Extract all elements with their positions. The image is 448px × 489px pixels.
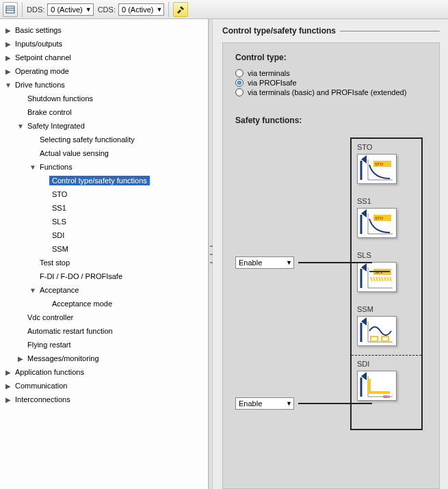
tree-item-label: Operating mode: [12, 66, 72, 76]
tree-item[interactable]: Brake control: [0, 105, 208, 119]
expand-icon[interactable]: ▶: [16, 355, 25, 362]
safety-function-icon[interactable]: [357, 316, 397, 346]
expand-icon[interactable]: ▶: [4, 54, 12, 62]
collapse-icon[interactable]: ▼: [29, 287, 37, 294]
tree-item[interactable]: SDI: [0, 228, 208, 242]
navigation-tree[interactable]: ▶Basic settings▶Inputs/outputs▶Setpoint …: [0, 19, 209, 489]
tree-item-label: Shutdown functions: [25, 94, 96, 103]
tree-item[interactable]: ▶Communication: [0, 379, 208, 393]
expand-icon[interactable]: ▶: [4, 369, 12, 376]
tree-item[interactable]: Vdc controller: [0, 310, 208, 324]
tree-item-label: Safety Integrated: [25, 121, 88, 131]
tree-item[interactable]: ▼Drive functions: [0, 78, 208, 92]
safety-function-label: STO: [357, 143, 416, 151]
enable-combo[interactable]: Enable ▼: [235, 256, 294, 269]
tree-item[interactable]: ▼Functions: [0, 160, 208, 174]
tree-item[interactable]: ▶Inputs/outputs: [0, 37, 208, 51]
tree-item[interactable]: STO: [0, 187, 208, 201]
safety-function-item: SSM: [352, 301, 421, 355]
svg-rect-30: [382, 336, 388, 341]
chevron-down-icon: ▼: [286, 400, 292, 407]
control-type-option[interactable]: via terminals (basic) and PROFIsafe (ext…: [235, 88, 427, 96]
collapse-icon[interactable]: ▼: [16, 122, 25, 130]
tree-item[interactable]: Test stop: [0, 256, 208, 269]
enable-label: Enable: [239, 259, 262, 267]
radio-label: via terminals: [248, 69, 290, 77]
safety-functions-heading: Safety functions:: [235, 116, 427, 125]
safety-function-icon[interactable]: STO: [357, 208, 397, 238]
cds-label: CDS:: [98, 5, 116, 14]
tree-item-label: Messages/monitoring: [25, 354, 102, 363]
safety-function-item: SS1STO: [352, 193, 421, 247]
safety-function-item: STOSTO: [352, 139, 421, 193]
safety-function-item: SLSSLS: [352, 247, 421, 301]
tree-item[interactable]: Selecting safety functionality: [0, 133, 208, 146]
collapse-icon[interactable]: ▼: [4, 81, 12, 89]
expand-icon[interactable]: ▶: [4, 27, 12, 34]
splitter[interactable]: [209, 19, 213, 489]
safety-function-label: SDI: [357, 360, 416, 368]
safety-function-label: SS1: [357, 197, 416, 205]
dds-value: 0 (Active): [51, 5, 82, 14]
tree-item[interactable]: Flying restart: [0, 338, 208, 352]
svg-rect-29: [371, 336, 378, 341]
tree-item[interactable]: ▶Setpoint channel: [0, 51, 208, 64]
svg-text:SDI: SDI: [383, 395, 390, 399]
tree-item-label: Inputs/outputs: [12, 39, 65, 49]
chevron-down-icon: ▼: [286, 259, 292, 266]
tree-item[interactable]: Control type/safety functions: [0, 174, 208, 187]
dds-selector-group: DDS: 0 (Active) ▼: [27, 3, 94, 16]
content-title-row: Control type/safety functions: [222, 26, 440, 36]
tree-item[interactable]: SSM: [0, 242, 208, 256]
tree-item[interactable]: Shutdown functions: [0, 92, 208, 105]
tree-item[interactable]: ▶Messages/monitoring: [0, 352, 208, 365]
toolbar-view-button[interactable]: [3, 2, 18, 17]
safety-function-icon[interactable]: STO: [357, 154, 397, 184]
safety-function-label: SSM: [357, 305, 416, 313]
control-type-option[interactable]: via PROFIsafe: [235, 79, 427, 87]
chevron-down-icon: ▼: [156, 6, 162, 13]
tree-item[interactable]: Automatic restart function: [0, 324, 208, 338]
radio-icon: [235, 69, 243, 77]
expand-icon[interactable]: ▶: [4, 68, 12, 75]
expand-icon[interactable]: ▶: [4, 396, 12, 404]
cds-value: 0 (Active): [122, 5, 153, 14]
safety-function-icon[interactable]: SDI: [357, 371, 397, 401]
tree-item[interactable]: ▼Acceptance: [0, 283, 208, 297]
collapse-icon[interactable]: ▼: [29, 163, 37, 171]
tree-item-label: Acceptance mode: [49, 299, 115, 308]
tree-item-label: Functions: [37, 162, 75, 172]
tree-item[interactable]: Acceptance mode: [0, 297, 208, 310]
tree-item[interactable]: ▼Safety Integrated: [0, 119, 208, 133]
dds-label: DDS:: [27, 5, 44, 14]
tools-button[interactable]: [173, 2, 188, 17]
connector-line: [298, 262, 372, 263]
tree-item-label: Flying restart: [25, 340, 74, 349]
chevron-down-icon: ▼: [85, 6, 92, 13]
control-type-heading: Control type:: [235, 53, 427, 62]
tree-item[interactable]: ▶Basic settings: [0, 23, 208, 37]
safety-function-item: SDISDI: [352, 355, 421, 432]
tree-item[interactable]: ▶Operating mode: [0, 64, 208, 78]
svg-line-20: [376, 277, 378, 281]
cds-selector-group: CDS: 0 (Active) ▼: [98, 3, 165, 16]
tree-item[interactable]: SLS: [0, 215, 208, 228]
expand-icon[interactable]: ▶: [4, 382, 12, 390]
tree-item-label: SSM: [49, 244, 71, 254]
tree-item[interactable]: Actual value sensing: [0, 146, 208, 160]
svg-line-24: [387, 277, 388, 281]
tree-item-label: Application functions: [12, 367, 87, 377]
tree-item[interactable]: ▶Application functions: [0, 365, 208, 379]
enable-combo[interactable]: Enable ▼: [235, 397, 294, 410]
tree-item[interactable]: ▶Interconnections: [0, 393, 208, 406]
svg-text:STO: STO: [375, 216, 384, 220]
tree-item[interactable]: SS1: [0, 201, 208, 215]
tree-item-label: SDI: [49, 230, 67, 240]
control-type-option[interactable]: via terminals: [235, 69, 427, 77]
toolbar: DDS: 0 (Active) ▼ CDS: 0 (Active) ▼: [0, 0, 448, 19]
hammer-wrench-icon: [176, 5, 185, 14]
expand-icon[interactable]: ▶: [4, 40, 12, 48]
dds-combo[interactable]: 0 (Active) ▼: [47, 3, 93, 16]
tree-item[interactable]: F-DI / F-DO / PROFIsafe: [0, 269, 208, 283]
cds-combo[interactable]: 0 (Active) ▼: [118, 3, 164, 16]
